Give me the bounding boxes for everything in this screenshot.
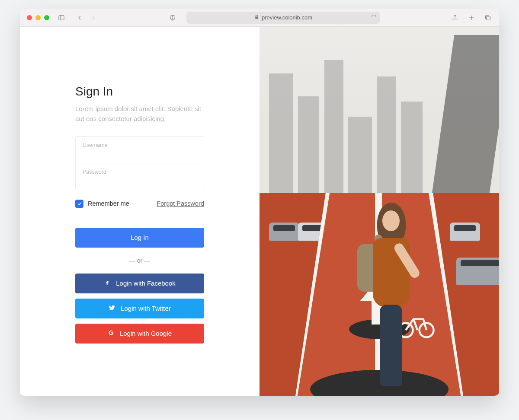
twitter-icon (109, 304, 115, 312)
google-icon (108, 329, 115, 337)
maximize-window-button[interactable] (44, 15, 49, 20)
remember-me-checkbox[interactable]: Remember me (75, 200, 129, 208)
login-facebook-button[interactable]: Login with Facebook (75, 274, 204, 293)
login-twitter-button[interactable]: Login with Twitter (75, 299, 204, 318)
forgot-password-link[interactable]: Forgot Password (157, 200, 204, 207)
login-button-label: Log In (131, 234, 149, 241)
back-button[interactable] (75, 13, 84, 22)
privacy-shield-icon[interactable] (168, 13, 177, 22)
svg-rect-5 (487, 16, 490, 20)
page-content: Sign In Lorem ipsum dolor sit amet elit.… (20, 27, 499, 396)
address-bar-url: preview.colorlib.com (262, 14, 312, 21)
person-illustration (365, 203, 417, 388)
login-google-label: Login with Google (120, 330, 172, 337)
skyline-illustration (260, 27, 499, 193)
browser-window: preview.colorlib.com Sign In Lorem ipsum… (20, 9, 499, 396)
svg-rect-0 (59, 15, 64, 20)
page-subtitle: Lorem ipsum dolor sit amet elit. Sapient… (75, 104, 204, 124)
login-button[interactable]: Log In (75, 228, 204, 248)
minimize-window-button[interactable] (35, 15, 41, 20)
address-bar[interactable]: preview.colorlib.com (186, 12, 380, 24)
window-controls (27, 15, 49, 20)
username-input[interactable] (76, 137, 204, 163)
browser-chrome: preview.colorlib.com (20, 9, 499, 27)
lock-icon (254, 14, 259, 21)
new-tab-icon[interactable] (467, 13, 476, 22)
login-twitter-label: Login with Twitter (121, 305, 171, 312)
share-icon[interactable] (451, 13, 459, 22)
page-title: Sign In (75, 85, 204, 99)
hero-image (260, 27, 499, 396)
login-facebook-label: Login with Facebook (116, 280, 176, 287)
signin-panel: Sign In Lorem ipsum dolor sit amet elit.… (20, 27, 260, 396)
credentials-group: Username Password (75, 136, 204, 190)
divider-or: — or — (75, 257, 204, 264)
reload-icon[interactable] (371, 14, 377, 21)
remember-me-label: Remember me (88, 200, 129, 207)
tab-overview-icon[interactable] (484, 13, 492, 22)
password-input[interactable] (76, 163, 204, 190)
facebook-icon (104, 279, 111, 287)
checkmark-icon (75, 200, 83, 208)
sidebar-toggle-icon[interactable] (57, 13, 66, 22)
forward-button[interactable] (89, 13, 98, 22)
close-window-button[interactable] (27, 15, 32, 20)
login-google-button[interactable]: Login with Google (75, 324, 204, 344)
